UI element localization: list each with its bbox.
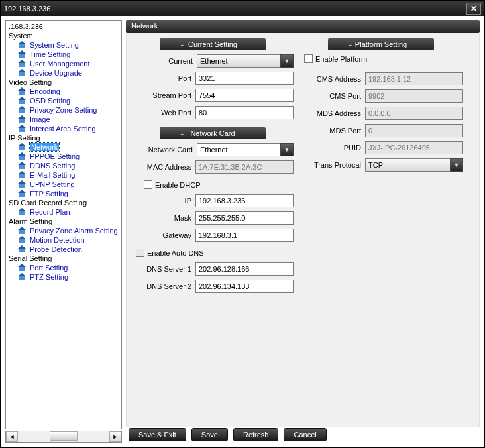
sidebar-item-upnp-setting[interactable]: UPNP Setting bbox=[6, 180, 121, 189]
scroll-right-button[interactable]: ► bbox=[109, 431, 121, 442]
tree-category[interactable]: System bbox=[6, 31, 121, 40]
sidebar-item-pppoe-setting[interactable]: PPPOE Setting bbox=[6, 152, 121, 161]
refresh-button[interactable]: Refresh bbox=[233, 428, 279, 441]
tree-category[interactable]: IP Setting bbox=[6, 133, 121, 142]
section-network-card[interactable]: ⌄ Network Card bbox=[160, 127, 266, 139]
input-stream-port[interactable] bbox=[195, 89, 294, 102]
sidebar-item-probe-detection[interactable]: Probe Detection bbox=[6, 245, 121, 254]
sidebar-hscroll[interactable]: ◄ ► bbox=[5, 431, 122, 443]
input-port[interactable] bbox=[195, 72, 294, 85]
checkbox-enable-auto-dns[interactable] bbox=[136, 249, 144, 257]
sidebar-item-system-setting[interactable]: System Setting bbox=[6, 40, 121, 50]
sidebar-item-interest-area-setting[interactable]: Interest Area Setting bbox=[6, 124, 121, 133]
save-exit-button[interactable]: Save & Exit bbox=[129, 428, 186, 441]
tree-root[interactable]: .168.3.236 bbox=[6, 22, 121, 31]
sidebar-item-user-management[interactable]: User Management bbox=[6, 59, 121, 68]
tree-category[interactable]: Video Setting bbox=[6, 78, 121, 87]
select-trans-protocal[interactable]: TCP ▼ bbox=[365, 158, 463, 172]
tree-category[interactable]: Serial Setting bbox=[6, 254, 121, 263]
sidebar-item-label: Image bbox=[30, 115, 50, 123]
sidebar-item-ddns-setting[interactable]: DDNS Setting bbox=[6, 161, 121, 170]
label-stream-port: Stream Port bbox=[133, 91, 195, 99]
label-cms-port: CMS Port bbox=[301, 92, 365, 100]
chevron-down-icon: ⌄ bbox=[180, 41, 185, 48]
sidebar-item-e-mail-setting[interactable]: E-Mail Setting bbox=[6, 170, 121, 180]
chevron-down-icon[interactable]: ▼ bbox=[280, 143, 294, 156]
input-ip[interactable] bbox=[195, 194, 294, 207]
label-dns2: DNS Server 2 bbox=[133, 282, 195, 290]
sidebar-item-ptz-setting[interactable]: PTZ Setting bbox=[6, 272, 121, 282]
titlebar: 192.168.3.236 ✕ bbox=[1, 1, 484, 16]
label-dns1: DNS Server 1 bbox=[133, 265, 195, 273]
label-mask: Mask bbox=[133, 214, 195, 222]
nav-tree[interactable]: .168.3.236SystemSystem SettingTime Setti… bbox=[5, 20, 122, 429]
input-mds-port bbox=[365, 124, 463, 137]
sidebar-item-privacy-zone-alarm-setting[interactable]: Privacy Zone Alarm Setting bbox=[6, 226, 121, 235]
sidebar-item-label: Encoding bbox=[30, 87, 60, 95]
sidebar-item-label: Motion Detection bbox=[30, 236, 85, 244]
label-trans-protocal: Trans Protocal bbox=[301, 161, 365, 169]
save-button[interactable]: Save bbox=[191, 428, 228, 441]
sidebar-item-label: PTZ Setting bbox=[30, 273, 68, 281]
label-mds-port: MDS Port bbox=[301, 127, 365, 135]
sidebar-item-label: Privacy Zone Alarm Setting bbox=[30, 227, 118, 235]
chevron-down-icon[interactable]: ▼ bbox=[280, 54, 294, 68]
tree-category[interactable]: SD Card Record Setting bbox=[6, 198, 121, 207]
sidebar-item-port-setting[interactable]: Port Setting bbox=[6, 263, 121, 272]
checkbox-enable-dhcp[interactable] bbox=[144, 180, 152, 189]
home-icon bbox=[18, 264, 27, 272]
sidebar-item-record-plan[interactable]: Record Plan bbox=[6, 207, 121, 217]
label-port: Port bbox=[133, 74, 195, 82]
close-button[interactable]: ✕ bbox=[466, 3, 481, 15]
sidebar-item-image[interactable]: Image bbox=[6, 115, 121, 124]
input-cms-address bbox=[365, 72, 463, 85]
input-gateway[interactable] bbox=[195, 229, 294, 242]
sidebar-item-encoding[interactable]: Encoding bbox=[6, 87, 121, 96]
sidebar-item-label: FTP Setting bbox=[30, 190, 68, 197]
label-enable-dhcp: Enable DHCP bbox=[155, 181, 200, 189]
select-current[interactable]: Ethernet ▼ bbox=[197, 54, 294, 68]
scroll-track[interactable] bbox=[18, 431, 109, 442]
sidebar-item-label: DDNS Setting bbox=[30, 162, 75, 170]
sidebar-item-label: Port Setting bbox=[30, 264, 68, 272]
section-platform-setting[interactable]: ⌄ Platform Setting bbox=[328, 38, 434, 50]
home-icon bbox=[18, 162, 27, 170]
sidebar-item-label: Probe Detection bbox=[30, 245, 82, 253]
sidebar-item-motion-detection[interactable]: Motion Detection bbox=[6, 235, 121, 245]
cancel-button[interactable]: Cancel bbox=[284, 428, 326, 441]
select-network-card[interactable]: Ethernet ▼ bbox=[197, 143, 294, 156]
sidebar-item-label: User Management bbox=[30, 60, 90, 68]
sidebar-item-device-upgrade[interactable]: Device Upgrade bbox=[6, 68, 121, 78]
window: 192.168.3.236 ✕ .168.3.236SystemSystem S… bbox=[0, 0, 485, 448]
chevron-down-icon[interactable]: ▼ bbox=[450, 158, 463, 172]
label-enable-platform: Enable Platform bbox=[315, 55, 367, 63]
input-web-port[interactable] bbox=[195, 106, 294, 119]
home-icon bbox=[18, 190, 27, 197]
sidebar-item-time-setting[interactable]: Time Setting bbox=[6, 50, 121, 59]
chevron-down-icon: ⌄ bbox=[348, 41, 353, 48]
sidebar-item-network[interactable]: Network bbox=[6, 142, 121, 152]
section-current-setting[interactable]: ⌄ Current Setting bbox=[160, 38, 266, 50]
home-icon bbox=[18, 245, 27, 253]
scroll-thumb[interactable] bbox=[50, 431, 78, 441]
home-icon bbox=[18, 87, 27, 95]
input-dns2[interactable] bbox=[195, 280, 294, 293]
sidebar: .168.3.236SystemSystem SettingTime Setti… bbox=[5, 20, 122, 443]
sidebar-item-label: E-Mail Setting bbox=[30, 171, 75, 179]
tree-category[interactable]: Alarm Setting bbox=[6, 217, 121, 226]
button-bar: Save & Exit Save Refresh Cancel bbox=[126, 427, 480, 443]
input-mask[interactable] bbox=[195, 211, 294, 225]
sidebar-item-privacy-zone-setting[interactable]: Privacy Zone Setting bbox=[6, 105, 121, 115]
sidebar-item-label: Device Upgrade bbox=[30, 69, 82, 77]
input-mac bbox=[195, 160, 294, 174]
label-gateway: Gateway bbox=[133, 231, 195, 239]
sidebar-item-osd-setting[interactable]: OSD Setting bbox=[6, 96, 121, 105]
label-mds-address: MDS Address bbox=[301, 109, 365, 117]
sidebar-item-ftp-setting[interactable]: FTP Setting bbox=[6, 189, 121, 198]
scroll-left-button[interactable]: ◄ bbox=[6, 431, 18, 442]
sidebar-item-label: Record Plan bbox=[30, 208, 70, 216]
sidebar-item-label: System Setting bbox=[30, 41, 79, 49]
checkbox-enable-platform[interactable] bbox=[304, 54, 313, 63]
input-dns1[interactable] bbox=[195, 262, 294, 276]
input-mds-address bbox=[365, 107, 463, 120]
